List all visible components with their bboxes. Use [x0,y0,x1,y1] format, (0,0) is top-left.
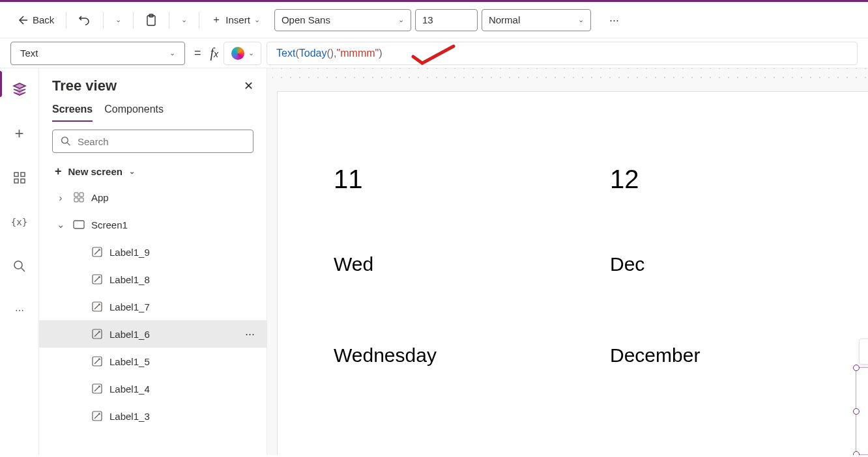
selection-toolbar: Copilot [859,339,868,365]
undo-dropdown[interactable]: ⌄ [110,12,126,28]
arrow-left-icon [16,14,29,27]
tree-label: Label1_9 [109,247,150,258]
canvas-label-11[interactable]: 11 [334,165,363,194]
top-toolbar: Back ⌄ ⌄ ＋ Insert ⌄ Open Sans ⌄ 13 Norma… [0,2,868,38]
plus-icon: + [55,165,62,178]
canvas-label-wed[interactable]: Wed [334,253,373,275]
resize-handle-w[interactable] [853,408,860,415]
ruler-dots [272,68,868,84]
font-family-value: Open Sans [282,14,330,25]
paste-dropdown[interactable]: ⌄ [176,12,192,28]
rail-search[interactable] [7,253,33,279]
tree-item-label[interactable]: Label1_8 ⋯ [39,266,267,293]
font-family-select[interactable]: Open Sans ⌄ [274,9,411,31]
tree-item-label[interactable]: Label1_4 ⋯ [39,375,267,402]
search-input[interactable] [52,130,253,153]
canvas[interactable]: 11 12 Wed Dec Wednesday December [278,92,868,455]
back-label: Back [33,14,54,25]
property-select[interactable]: Text ⌄ [10,42,185,65]
label-icon [91,274,103,284]
tree-item-label[interactable]: Label1_5 ⋯ [39,348,267,375]
resize-handle-nw[interactable] [853,365,860,371]
separator [169,12,169,29]
chevron-down-icon: ⌄ [398,16,404,24]
tree-item-label[interactable]: Label1_6 ⋯ [39,320,267,348]
tree-item-app[interactable]: › App [39,184,267,211]
svg-rect-11 [80,198,83,202]
new-screen-button[interactable]: + New screen ⌄ [39,159,267,184]
svg-point-6 [14,261,22,269]
formula-row: Text ⌄ = fx ⌄ Text(Today(),"mmmm") [0,38,868,68]
insert-button[interactable]: ＋ Insert ⌄ [206,9,265,31]
plus-icon: ＋ [211,13,222,27]
fx-icon[interactable]: fx [210,46,219,61]
tree-label: Label1_7 [109,301,150,312]
undo-button[interactable] [73,10,96,31]
svg-rect-9 [80,193,83,197]
chevron-down-icon: ⌄ [115,16,121,24]
selection-box[interactable] [856,367,868,455]
formula-copilot-button[interactable]: ⌄ [224,42,261,65]
app-icon [73,192,85,202]
equals-sign: = [194,46,201,60]
tree-item-label[interactable]: Label1_9 ⋯ [39,238,267,266]
item-more-button[interactable]: ⋯ [245,328,255,340]
tab-screens[interactable]: Screens [52,104,93,122]
back-button[interactable]: Back [10,10,59,31]
tree-label: Label1_6 [109,329,150,340]
tree-item-screen1[interactable]: ⌄ Screen1 [39,211,267,238]
rail-variables[interactable]: {x} [7,209,33,235]
tree-label: Screen1 [91,219,128,230]
separator [199,12,199,29]
copilot-icon [231,47,244,60]
svg-rect-4 [14,179,18,183]
font-weight-select[interactable]: Normal ⌄ [482,9,591,31]
svg-rect-3 [21,173,25,176]
paste-button[interactable] [140,10,162,31]
rail-data[interactable] [7,165,33,191]
tree-item-label[interactable]: Label1_3 ⋯ [39,402,267,430]
canvas-label-12[interactable]: 12 [610,165,639,194]
property-value: Text [20,48,38,59]
search-icon [61,136,71,146]
tree-view-panel: Tree view ✕ Screens Components + New scr… [39,68,267,455]
rail-more[interactable]: ⋯ [7,298,33,324]
close-icon[interactable]: ✕ [244,79,253,93]
separator [133,12,134,29]
label-icon [91,383,103,394]
svg-rect-10 [74,198,78,202]
tree-item-label[interactable]: Label1_7 ⋯ [39,293,267,320]
svg-rect-12 [74,221,84,228]
canvas-wrapper: 11 12 Wed Dec Wednesday December Copi [267,68,868,455]
rail-insert[interactable]: + [7,120,33,146]
panel-tabs: Screens Components [39,94,267,122]
canvas-label-december[interactable]: December [610,344,700,367]
plus-icon: + [14,124,23,143]
chevron-down-icon: ⌄ [129,167,135,176]
canvas-label-wednesday[interactable]: Wednesday [334,344,437,367]
tree-label: Label1_5 [109,356,150,367]
label-icon [91,301,103,312]
chevron-right-icon: › [55,192,66,203]
svg-rect-8 [74,193,78,197]
formula-bar[interactable]: Text(Today(),"mmmm") [267,42,858,65]
search-field[interactable] [78,136,245,147]
separator [103,12,104,29]
font-size-input[interactable]: 13 [415,9,478,31]
tree-label: Label1_4 [109,383,150,395]
font-weight-value: Normal [489,14,520,25]
ellipsis-icon: ⋯ [609,14,619,26]
left-rail: + {x} ⋯ [0,68,39,455]
tree: › App ⌄ Screen1 Label1_9 ⋯ Label1_8 ⋯ [39,184,267,430]
chevron-down-icon: ⌄ [248,49,254,57]
canvas-label-dec[interactable]: Dec [610,253,644,275]
tab-components[interactable]: Components [104,104,164,122]
rail-tree-view[interactable] [7,76,33,102]
resize-handle-sw[interactable] [853,451,860,455]
insert-label: Insert [225,14,250,25]
overflow-button[interactable]: ⋯ [604,10,624,30]
chevron-down-icon: ⌄ [578,16,584,24]
tree-label: Label1_8 [109,274,150,285]
separator [66,12,66,29]
chevron-down-icon: ⌄ [169,49,175,57]
